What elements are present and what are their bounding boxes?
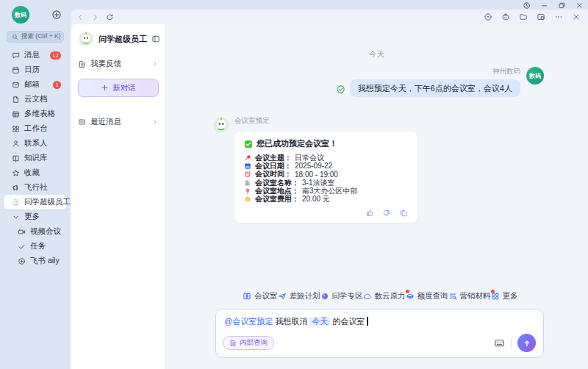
card-actions — [244, 209, 408, 218]
sidebar-item[interactable]: 云文档 — [4, 92, 67, 107]
sidebar-item-label: 工作台 — [24, 123, 48, 134]
panel-toggle-icon[interactable] — [151, 35, 160, 43]
sidebar-item-label: 消息 — [24, 50, 40, 60]
location-icon — [244, 187, 251, 195]
chevron-down-icon — [12, 213, 20, 221]
status-icon[interactable] — [484, 12, 492, 21]
search-placeholder: 搜索 (Ctrl + K) — [21, 32, 61, 41]
restore-icon[interactable] — [558, 1, 566, 10]
sidebar-item[interactable]: 知识库 — [4, 151, 67, 165]
success-check-icon — [244, 140, 253, 148]
chat-area: 今天 数码 神州数码 我想预定今天，下午6点的会议室，会议4人 会议室预定 — [165, 24, 588, 369]
sidebar-item-label: 视频会议 — [30, 226, 61, 237]
toolbar-item-label: 更多 — [503, 291, 518, 301]
alarm-icon — [244, 171, 251, 178]
folder-icon[interactable] — [519, 12, 528, 21]
sidebar-item[interactable]: 飞书 aily — [4, 254, 67, 268]
refresh-icon[interactable] — [106, 13, 114, 21]
internal-query-chip[interactable]: 内部查询 — [223, 336, 274, 350]
search-input[interactable]: 搜索 (Ctrl + K) — [7, 31, 64, 43]
more-icon[interactable] — [554, 12, 563, 21]
sidebar-item[interactable]: 收藏 — [4, 165, 67, 180]
video-icon — [18, 228, 26, 236]
app-window: 数码 搜索 (Ctrl + K) 消息 12 日历 邮箱 1 — [0, 0, 588, 369]
door-icon — [243, 292, 251, 301]
close-window-icon[interactable] — [576, 1, 584, 10]
calendar-color-icon — [244, 162, 251, 170]
sidebar-item[interactable]: 工作台 — [4, 121, 67, 136]
toolbar-item[interactable]: 问学专区 — [320, 291, 363, 301]
chip-label: 内部查询 — [240, 338, 268, 348]
window-controls — [523, 1, 584, 10]
composer-segment: 的会议室 — [332, 317, 365, 326]
close-panel-icon[interactable] — [572, 12, 581, 21]
sidebar-item[interactable]: 消息 12 — [4, 48, 67, 62]
toolbar-item[interactable]: 更多 — [491, 291, 518, 301]
toolbar-item[interactable]: 差旅计划 — [278, 291, 320, 301]
bot-avatar[interactable] — [212, 116, 230, 134]
divider — [511, 338, 512, 348]
sidebar-item-label: 问学超级员工 — [24, 197, 71, 207]
sidebar-item-label: 飞行社 — [24, 182, 48, 193]
field-label: 会议室费用： — [255, 194, 299, 204]
message-composer[interactable]: @会议室预定我想取消今天的会议室 内部查询 — [215, 309, 544, 358]
sidebar: 数码 搜索 (Ctrl + K) 消息 12 日历 邮箱 1 — [0, 0, 71, 369]
sender-name: 神州数码 — [492, 67, 520, 76]
popout-icon[interactable] — [537, 12, 545, 21]
quick-actions-toolbar: 会议室 差旅计划 问学专区 数云原力 — [243, 291, 516, 301]
sidebar-item[interactable]: 任务 — [4, 239, 67, 254]
keyboard-icon[interactable] — [494, 337, 505, 348]
calendar-icon — [12, 66, 20, 74]
toolbar-item[interactable]: 额度查询 — [406, 291, 448, 301]
new-chat-button[interactable]: 新对话 — [78, 79, 159, 97]
user-avatar[interactable]: 数码 — [12, 6, 29, 24]
chevron-right-icon — [151, 118, 159, 126]
history-icon[interactable] — [523, 1, 531, 10]
nav-forward-icon[interactable] — [91, 13, 99, 21]
megaphone-icon — [12, 184, 20, 192]
building-icon — [244, 179, 251, 187]
add-button[interactable] — [51, 10, 62, 20]
toolbar-item[interactable]: 数云原力 — [363, 291, 406, 301]
toolbar-item[interactable]: 营销材料 — [448, 291, 491, 301]
wiki-icon — [12, 154, 20, 162]
sidebar-item[interactable]: 视频会议 — [4, 224, 67, 239]
toolbar-item-label: 额度查询 — [417, 291, 448, 301]
sidebar-item[interactable]: 日历 — [4, 62, 67, 77]
mention-token: @会议室预定 — [224, 317, 273, 326]
notification-badge: 1 — [53, 81, 61, 89]
list-search-icon — [448, 292, 457, 301]
read-receipt-icon — [336, 85, 345, 94]
send-button[interactable] — [517, 334, 536, 352]
thumb-up-icon[interactable] — [365, 209, 374, 218]
card-field: 会议室费用： 20.00 元 — [244, 195, 408, 203]
sidebar-item-label: 联系人 — [24, 138, 48, 148]
sidebar-item[interactable]: 邮箱 1 — [4, 77, 67, 92]
recent-messages-item[interactable]: 最近消息 — [78, 113, 159, 131]
thumb-down-icon[interactable] — [382, 209, 391, 218]
doc-icon — [78, 60, 86, 68]
sidebar-item-label: 飞书 aily — [30, 256, 60, 266]
assistant-title: 问学超级员工 — [98, 34, 147, 45]
date-token: 今天 — [309, 317, 330, 326]
money-icon — [244, 196, 251, 203]
sidebar-item[interactable]: 联系人 — [4, 136, 67, 151]
feedback-item[interactable]: 我要反馈 — [78, 55, 159, 73]
user-avatar[interactable]: 数码 — [526, 67, 544, 85]
coins-icon — [406, 292, 415, 301]
sidebar-item[interactable]: 更多 — [4, 209, 67, 224]
minimize-icon[interactable] — [540, 1, 548, 10]
chevron-right-icon — [151, 60, 159, 68]
toolbar-item[interactable]: 会议室 — [243, 291, 278, 301]
field-value: 20.00 元 — [302, 194, 330, 204]
aily-icon — [18, 257, 26, 265]
sidebar-item-label: 云文档 — [24, 94, 48, 104]
sidebar-item[interactable]: 多维表格 — [4, 107, 67, 121]
copy-icon[interactable] — [399, 209, 408, 218]
nav-back-icon[interactable] — [76, 13, 85, 21]
bot-icon[interactable] — [501, 12, 510, 21]
sidebar-item[interactable]: 飞行社 — [4, 180, 67, 195]
star-icon — [12, 169, 20, 177]
assistant-avatar — [78, 31, 94, 47]
sidebar-item[interactable]: 问学超级员工 — [4, 195, 67, 209]
